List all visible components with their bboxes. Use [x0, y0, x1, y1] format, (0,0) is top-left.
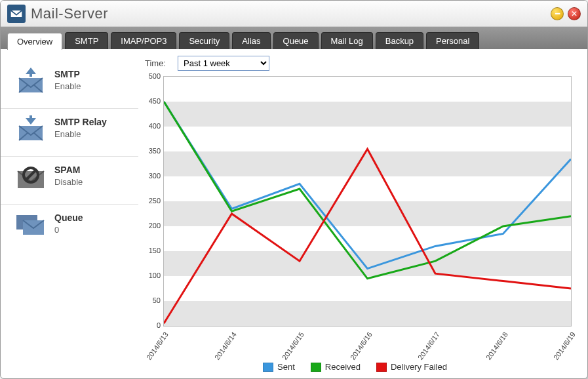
- sidebar-item-smtp[interactable]: SMTPEnable: [1, 61, 138, 109]
- y-tick: 300: [149, 172, 161, 180]
- y-axis: 050100150200250300350400450500: [138, 76, 163, 327]
- chart: 050100150200250300350400450500: [138, 76, 572, 327]
- sidebar-item-queue[interactable]: Queue0: [1, 205, 138, 252]
- close-button[interactable]: ✕: [568, 7, 581, 20]
- y-tick: 400: [149, 122, 161, 130]
- y-tick: 0: [157, 321, 161, 329]
- y-tick: 250: [149, 197, 161, 205]
- sidebar-item-label: SMTP Relay: [54, 117, 107, 127]
- legend-label: Received: [325, 362, 361, 372]
- x-tick: 2014/6/15: [281, 330, 305, 361]
- minimize-button[interactable]: ━: [551, 7, 564, 20]
- sidebar-item-status: 0: [54, 225, 83, 235]
- tab-imap-pop3[interactable]: IMAP/POP3: [111, 32, 176, 49]
- tab-backup[interactable]: Backup: [376, 32, 423, 49]
- sidebar-item-label: SPAM: [54, 165, 83, 175]
- time-select[interactable]: Past 1 week: [178, 56, 269, 71]
- tab-alias[interactable]: Alias: [232, 32, 270, 49]
- legend-item-sent: Sent: [263, 362, 295, 372]
- sidebar-item-smtp-relay[interactable]: SMTP RelayEnable: [1, 109, 138, 157]
- tab-queue[interactable]: Queue: [273, 32, 319, 49]
- spam-icon: [15, 163, 47, 190]
- sidebar-item-label: SMTP: [54, 69, 81, 79]
- y-tick: 50: [153, 296, 161, 304]
- y-tick: 150: [149, 247, 161, 254]
- legend-swatch: [376, 363, 387, 372]
- main-panel: Time: Past 1 week 0501001502002503003504…: [138, 49, 587, 378]
- svg-marker-3: [26, 115, 36, 125]
- titlebar: Mail-Server ━ ✕: [1, 1, 587, 27]
- sidebar-item-status: Enable: [54, 129, 107, 139]
- x-tick: 2014/6/19: [552, 330, 577, 361]
- tab-mail-log[interactable]: Mail Log: [321, 32, 373, 49]
- tab-bar: OverviewSMTPIMAP/POP3SecurityAliasQueueM…: [1, 27, 587, 49]
- svg-marker-1: [26, 68, 36, 77]
- series-delivery-failed: [164, 149, 571, 323]
- mail-up-icon: [15, 68, 47, 94]
- legend: SentReceivedDelivery Failed: [138, 362, 572, 372]
- x-tick: 2014/6/18: [484, 330, 509, 361]
- time-label: Time:: [145, 58, 166, 68]
- series-sent: [164, 102, 571, 269]
- x-tick: 2014/6/13: [145, 330, 170, 361]
- y-tick: 500: [149, 72, 161, 80]
- plot-area: [163, 76, 572, 327]
- sidebar-item-label: Queue: [54, 212, 83, 223]
- y-tick: 200: [149, 222, 161, 229]
- sidebar-item-status: Enable: [54, 81, 81, 91]
- tab-overview[interactable]: Overview: [7, 33, 62, 50]
- tab-personal[interactable]: Personal: [426, 32, 479, 49]
- sidebar-item-status: Disable: [54, 177, 83, 187]
- window-title: Mail-Server: [31, 5, 108, 22]
- content: SMTPEnableSMTP RelayEnableSPAMDisableQue…: [1, 49, 587, 378]
- x-axis: 2014/6/132014/6/142014/6/152014/6/162014…: [163, 327, 572, 361]
- sidebar: SMTPEnableSMTP RelayEnableSPAMDisableQue…: [1, 49, 138, 378]
- sidebar-item-spam[interactable]: SPAMDisable: [1, 157, 138, 205]
- legend-item-delivery-failed: Delivery Failed: [376, 362, 447, 372]
- tab-smtp[interactable]: SMTP: [65, 32, 108, 49]
- legend-swatch: [311, 363, 321, 372]
- y-tick: 100: [149, 271, 161, 279]
- y-tick: 450: [149, 97, 161, 105]
- tab-security[interactable]: Security: [179, 32, 229, 49]
- legend-swatch: [263, 363, 273, 372]
- mail-down-icon: [15, 115, 47, 142]
- legend-label: Delivery Failed: [391, 362, 447, 372]
- time-filter-row: Time: Past 1 week: [145, 56, 572, 71]
- legend-item-received: Received: [311, 362, 361, 372]
- app-icon: [7, 5, 26, 23]
- x-tick: 2014/6/14: [212, 330, 237, 361]
- x-tick: 2014/6/16: [348, 330, 373, 361]
- series-received: [164, 102, 571, 279]
- x-tick: 2014/6/17: [416, 330, 441, 361]
- queue-icon: [15, 211, 47, 237]
- legend-label: Sent: [277, 362, 295, 372]
- chart-lines: [164, 77, 571, 326]
- y-tick: 350: [149, 147, 161, 155]
- window: Mail-Server ━ ✕ OverviewSMTPIMAP/POP3Sec…: [0, 0, 588, 379]
